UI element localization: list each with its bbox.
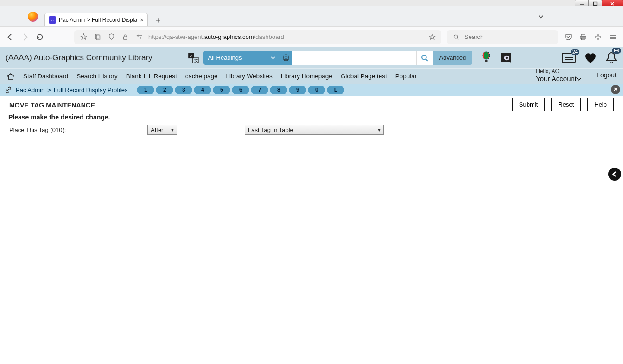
- target-tag-select[interactable]: Last Tag In Table ▼: [245, 125, 384, 135]
- browser-tab-active[interactable]: ∷ Pac Admin > Full Record Displa ×: [44, 13, 148, 26]
- notifications-button[interactable]: F9: [605, 51, 617, 64]
- scope-label: All Headings: [208, 54, 242, 61]
- nav-staff-dashboard[interactable]: Staff Dashboard: [23, 73, 68, 80]
- catalog-search-input[interactable]: [292, 51, 416, 65]
- nav-popular[interactable]: Popular: [395, 73, 417, 80]
- app-menu-button[interactable]: [608, 32, 617, 42]
- target-tag-value: Last Tag In Table: [248, 126, 293, 133]
- catalog-search-button[interactable]: [416, 51, 433, 65]
- pill-7[interactable]: 7: [251, 86, 268, 94]
- nav-search-history[interactable]: Search History: [76, 73, 118, 80]
- pill-2[interactable]: 2: [156, 86, 173, 94]
- firefox-logo-icon: [28, 12, 38, 22]
- shield-icon[interactable]: [107, 32, 116, 42]
- nav-forward-button[interactable]: [20, 32, 30, 42]
- svg-line-14: [457, 38, 458, 39]
- crumb-pac-admin[interactable]: Pac Admin: [16, 87, 44, 94]
- print-icon[interactable]: [578, 32, 588, 42]
- breadcrumb-row: Pac Admin > Full Record Display Profiles…: [0, 84, 623, 96]
- extensions-icon[interactable]: [593, 32, 603, 42]
- new-tab-button[interactable]: ＋: [152, 13, 165, 26]
- crumb-full-record-display-profiles[interactable]: Full Record Display Profiles: [54, 87, 128, 94]
- pill-3[interactable]: 3: [175, 86, 192, 94]
- profile-pills: 1 2 3 4 5 6 7 8 9 0 L: [137, 86, 344, 94]
- svg-rect-30: [485, 60, 488, 62]
- search-icon: [451, 32, 461, 42]
- main-content: Submit Reset Help MOVE TAG MAINTENANCE P…: [0, 96, 623, 364]
- nav-blank-ill-request[interactable]: Blank ILL Request: [126, 73, 177, 80]
- address-bar[interactable]: https://qa-stwi-agent.auto-graphics.com/…: [74, 30, 441, 44]
- window-maximize-button[interactable]: [588, 0, 602, 7]
- book-search-icon[interactable]: [500, 52, 513, 64]
- balloon-icon[interactable]: [481, 51, 491, 64]
- pill-l[interactable]: L: [327, 86, 344, 94]
- position-select[interactable]: After ▼: [147, 125, 177, 135]
- browser-tabstrip: ∷ Pac Admin > Full Record Displa × ＋: [0, 6, 623, 27]
- side-panel-toggle[interactable]: [608, 168, 621, 181]
- crumb-separator: >: [47, 87, 51, 94]
- pill-8[interactable]: 8: [270, 86, 287, 94]
- translate-icon[interactable]: A文: [187, 51, 200, 64]
- svg-rect-1: [594, 2, 597, 5]
- pill-5[interactable]: 5: [213, 86, 230, 94]
- app-banner: (AAAA) Auto-Graphics Community Library A…: [0, 47, 623, 68]
- bookmark-star-button[interactable]: [427, 32, 437, 42]
- nav-library-homepage[interactable]: Library Homepage: [281, 73, 332, 80]
- lock-icon[interactable]: [121, 32, 130, 42]
- pocket-icon[interactable]: [564, 32, 573, 42]
- chevron-down-icon: [271, 56, 275, 60]
- svg-point-29: [484, 52, 489, 59]
- permissions-icon[interactable]: [134, 32, 144, 42]
- clipboard-icon[interactable]: [93, 32, 102, 42]
- help-button[interactable]: Help: [587, 98, 614, 111]
- nav-home-icon[interactable]: [6, 73, 15, 80]
- page-subtitle: Please make the desired change.: [8, 113, 614, 121]
- chevron-down-icon: ▼: [170, 127, 175, 132]
- nav-back-button[interactable]: [6, 32, 15, 42]
- nav-cache-page[interactable]: cache page: [185, 73, 218, 80]
- browser-toolbar: https://qa-stwi-agent.auto-graphics.com/…: [0, 27, 623, 47]
- svg-point-25: [284, 55, 288, 56]
- logout-link[interactable]: Logout: [590, 66, 617, 84]
- reset-button[interactable]: Reset: [551, 98, 581, 111]
- databases-icon[interactable]: [280, 51, 292, 65]
- nav-global-page-test[interactable]: Global Page test: [341, 73, 387, 80]
- bookmark-outline-icon[interactable]: [79, 32, 88, 42]
- breadcrumb-close-button[interactable]: ✕: [611, 85, 620, 94]
- browser-search-bar[interactable]: Search: [447, 30, 558, 44]
- window-close-button[interactable]: [602, 0, 623, 7]
- url-text: https://qa-stwi-agent.auto-graphics.com/…: [148, 33, 423, 40]
- nav-reload-button[interactable]: [35, 32, 44, 42]
- svg-marker-12: [429, 34, 435, 39]
- nav-library-websites[interactable]: Library Websites: [226, 73, 273, 80]
- tab-close-button[interactable]: ×: [140, 16, 144, 24]
- account-block[interactable]: Hello, AG Your Account: [529, 66, 581, 84]
- account-your-account: Your Account: [536, 75, 581, 82]
- pill-6[interactable]: 6: [232, 86, 249, 94]
- place-tag-label: Place This Tag (010):: [9, 126, 139, 133]
- submit-button[interactable]: Submit: [512, 98, 545, 111]
- svg-line-27: [426, 59, 427, 61]
- svg-marker-4: [80, 34, 86, 39]
- search-scope-dropdown[interactable]: All Headings: [203, 51, 280, 65]
- pill-9[interactable]: 9: [289, 86, 306, 94]
- svg-text:文: 文: [194, 58, 198, 63]
- account-hello: Hello, AG: [536, 68, 581, 75]
- pill-0[interactable]: 0: [308, 86, 325, 94]
- svg-point-13: [454, 35, 457, 38]
- advanced-search-button[interactable]: Advanced: [433, 51, 473, 65]
- window-minimize-button[interactable]: [575, 0, 589, 7]
- position-value: After: [151, 126, 163, 133]
- window-controls: [575, 0, 623, 7]
- pill-1[interactable]: 1: [137, 86, 154, 94]
- notifications-badge: F9: [612, 48, 621, 54]
- my-lists-button[interactable]: 24: [562, 53, 576, 63]
- chevron-down-icon: ▼: [377, 127, 381, 132]
- tab-title: Pac Admin > Full Record Displa: [59, 17, 137, 23]
- link-chain-icon: [5, 86, 12, 94]
- tabs-dropdown-button[interactable]: [538, 13, 544, 20]
- pill-4[interactable]: 4: [194, 86, 211, 94]
- svg-point-36: [506, 56, 508, 58]
- svg-rect-31: [501, 53, 503, 62]
- favorites-button[interactable]: [584, 52, 597, 64]
